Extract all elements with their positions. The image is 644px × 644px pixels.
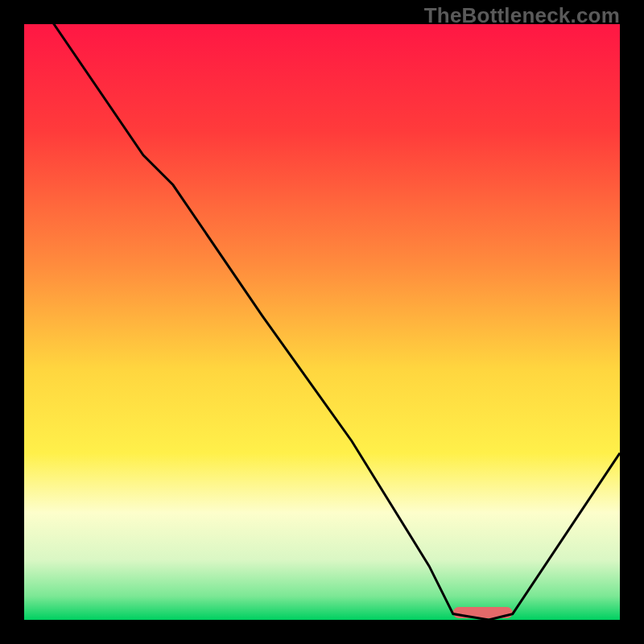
chart-frame: TheBottleneck.com xyxy=(0,0,644,644)
chart-plot-area xyxy=(24,24,620,620)
chart-svg xyxy=(24,24,620,620)
